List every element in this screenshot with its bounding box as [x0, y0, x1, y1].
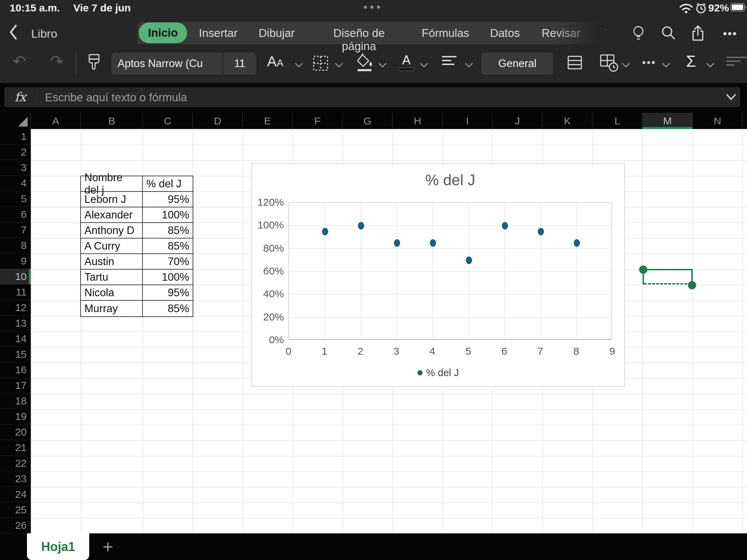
row-header-3[interactable]: 3: [0, 160, 31, 176]
chevron-down-icon[interactable]: [379, 60, 387, 68]
row-header-16[interactable]: 16: [0, 362, 31, 378]
row-header-14[interactable]: 14: [0, 331, 31, 347]
column-header-M[interactable]: M: [643, 113, 693, 129]
column-header-F[interactable]: F: [293, 113, 343, 129]
share-icon[interactable]: [690, 25, 706, 42]
scatter-chart[interactable]: % del J 120%100%80%60%40%20%0%0123456789…: [251, 163, 625, 387]
row-header-1[interactable]: 1: [0, 129, 31, 144]
chevron-down-icon[interactable]: [420, 60, 428, 68]
row-header-4[interactable]: 4: [0, 176, 31, 191]
row-header-22[interactable]: 22: [0, 456, 31, 471]
column-header-A[interactable]: A: [31, 113, 81, 129]
column-header-G[interactable]: G: [343, 113, 393, 129]
font-size-picker[interactable]: 11: [223, 53, 256, 75]
merge-cells-icon[interactable]: [566, 54, 584, 71]
row-header-8[interactable]: 8: [0, 238, 31, 253]
column-header-J[interactable]: J: [492, 113, 543, 129]
column-header-K[interactable]: K: [543, 113, 592, 129]
row-header-23[interactable]: 23: [0, 471, 31, 487]
table-cell-percent[interactable]: 95%: [143, 192, 193, 207]
number-format-button[interactable]: General: [481, 53, 553, 75]
data-point[interactable]: [430, 239, 436, 247]
table-row[interactable]: Anthony D85%: [81, 223, 193, 239]
row-header-26[interactable]: 26: [0, 518, 31, 533]
document-title[interactable]: Libro: [31, 27, 57, 40]
row-header-6[interactable]: 6: [0, 207, 31, 222]
table-cell-name[interactable]: Austin: [81, 254, 143, 270]
undo-icon[interactable]: ↶: [9, 52, 30, 71]
data-point[interactable]: [538, 228, 544, 235]
font-format-button[interactable]: AA: [267, 53, 283, 70]
row-header-10[interactable]: 10: [0, 269, 31, 284]
table-cell-percent[interactable]: 100%: [143, 207, 193, 223]
table-cell-percent[interactable]: 95%: [143, 285, 193, 301]
row-header-19[interactable]: 19: [0, 409, 31, 424]
more-menu-icon[interactable]: •••: [718, 27, 742, 40]
row-header-11[interactable]: 11: [0, 284, 31, 300]
back-button[interactable]: [9, 24, 18, 40]
table-cell-name[interactable]: Alexander: [81, 207, 143, 223]
data-table[interactable]: Nombre del j% del JLeborn J95%Alexander1…: [80, 176, 193, 317]
formula-bar[interactable]: fx Escribe aquí texto o fórmula: [4, 87, 740, 107]
table-cell-percent[interactable]: 85%: [143, 223, 193, 239]
row-header-18[interactable]: 18: [0, 393, 31, 409]
row-header-20[interactable]: 20: [0, 424, 31, 440]
row-header-17[interactable]: 17: [0, 378, 31, 393]
data-point[interactable]: [358, 222, 364, 230]
table-row[interactable]: Murray85%: [81, 301, 193, 316]
more-commands-icon[interactable]: •••: [638, 57, 660, 68]
table-cell-name[interactable]: A Curry: [81, 239, 143, 254]
selection-handle-bottom-right[interactable]: [688, 281, 696, 289]
tab-inicio[interactable]: Inicio: [139, 22, 187, 43]
table-cell-percent[interactable]: 85%: [143, 301, 193, 316]
table-cell-name[interactable]: Tartu: [81, 270, 143, 285]
select-all-button[interactable]: [0, 113, 31, 129]
tab-dibujar[interactable]: Dibujar: [239, 27, 315, 40]
table-row[interactable]: Tartu100%: [81, 270, 193, 285]
sort-filter-icon[interactable]: [726, 57, 747, 68]
redo-icon[interactable]: ↷: [46, 52, 67, 71]
row-header-25[interactable]: 25: [0, 502, 31, 518]
column-header-L[interactable]: L: [592, 113, 643, 129]
row-header-21[interactable]: 21: [0, 440, 31, 456]
column-header-D[interactable]: D: [193, 113, 243, 129]
chevron-down-icon[interactable]: [662, 60, 670, 68]
chevron-down-icon[interactable]: [465, 60, 473, 68]
table-cell-name[interactable]: Leborn J: [81, 192, 143, 207]
table-header-percent[interactable]: % del J: [143, 176, 193, 192]
row-header-13[interactable]: 13: [0, 316, 31, 331]
font-name-picker[interactable]: Aptos Narrow (Cu: [111, 53, 222, 75]
table-row[interactable]: Nicola95%: [81, 285, 193, 301]
autosum-icon[interactable]: Σ: [686, 52, 696, 71]
data-point[interactable]: [502, 222, 508, 230]
alignment-icon[interactable]: [442, 56, 456, 67]
data-point[interactable]: [466, 256, 472, 264]
table-cell-percent[interactable]: 85%: [143, 239, 193, 254]
row-header-24[interactable]: 24: [0, 487, 31, 502]
table-cell-name[interactable]: Murray: [81, 301, 143, 316]
data-point[interactable]: [574, 239, 580, 247]
table-cell-name[interactable]: Anthony D: [81, 223, 143, 239]
formula-expand-chevron-icon[interactable]: [726, 93, 737, 101]
search-icon[interactable]: [661, 25, 676, 41]
column-header-N[interactable]: N: [693, 113, 743, 129]
row-header-5[interactable]: 5: [0, 191, 31, 207]
chevron-down-icon[interactable]: [622, 60, 630, 68]
table-cell-name[interactable]: Nicola: [81, 285, 143, 301]
chevron-down-icon[interactable]: [295, 60, 303, 68]
chevron-down-icon[interactable]: [335, 60, 343, 68]
fill-color-icon[interactable]: [355, 53, 374, 73]
table-cell-percent[interactable]: 70%: [143, 254, 193, 270]
row-header-9[interactable]: 9: [0, 253, 31, 269]
column-header-E[interactable]: E: [243, 113, 293, 129]
data-point[interactable]: [394, 239, 400, 247]
row-header-7[interactable]: 7: [0, 222, 31, 238]
row-header-15[interactable]: 15: [0, 347, 31, 362]
column-header-I[interactable]: I: [443, 113, 492, 129]
column-header-C[interactable]: C: [143, 113, 193, 129]
sheet-grid[interactable]: Nombre del j% del JLeborn J95%Alexander1…: [31, 130, 747, 534]
table-row[interactable]: Alexander100%: [81, 207, 193, 223]
selection-handle-top-left[interactable]: [639, 265, 647, 274]
formula-input[interactable]: Escribe aquí texto o fórmula: [45, 91, 187, 104]
column-header-H[interactable]: H: [393, 113, 443, 129]
